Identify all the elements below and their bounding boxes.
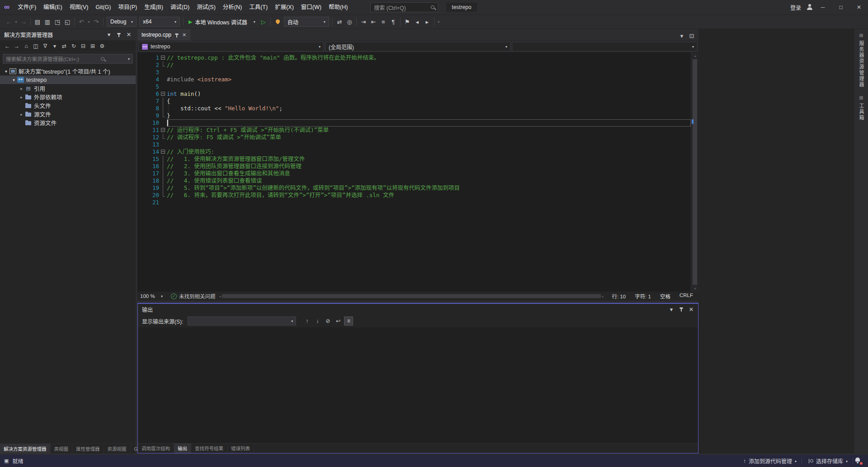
zoom-dropdown[interactable]: 100 % ▾ [137,292,165,301]
close-button[interactable]: ✕ [850,0,868,15]
pin-icon[interactable] [114,30,124,40]
toggle-bookmark-icon[interactable]: ⚑ [402,17,412,27]
save-icon[interactable]: ◳ [52,17,62,27]
switch-views-icon[interactable]: ◫ [31,42,40,51]
fold-margin[interactable] [159,134,167,141]
member-dropdown[interactable]: ▾ [512,42,698,52]
minimize-button[interactable]: ─ [814,0,832,15]
menu-item[interactable]: Git(G) [92,0,114,15]
select-repository-button[interactable]: 选择存储库 ▴ [802,455,853,467]
fold-collapse-icon[interactable]: − [161,56,165,60]
line-number[interactable]: 4 [144,76,159,83]
tree-item[interactable]: 头文件 [0,101,136,110]
document-health-indicator[interactable]: ✓ 未找到相关问题 [171,292,216,300]
fold-margin[interactable] [159,170,167,177]
line-number[interactable]: 10 [144,119,159,127]
fold-margin[interactable] [159,177,167,184]
fold-margin[interactable] [159,199,167,206]
previous-bookmark-icon[interactable]: ◂ [412,17,422,27]
fold-collapse-icon[interactable]: − [161,92,165,96]
back-icon[interactable]: ← [3,42,12,51]
tree-item[interactable]: ▾解决方案"testrepo"(1 个项目/共 1 个) [0,67,136,75]
line-number[interactable]: 5 [144,83,159,90]
fold-margin[interactable] [159,69,167,76]
chevron-collapsed-icon[interactable]: ▸ [18,112,25,117]
close-icon[interactable]: ✕ [124,30,134,40]
line-number[interactable]: 11 [144,127,159,134]
line-number[interactable]: 9 [144,112,159,119]
tree-item[interactable]: ▸外部依赖项 [0,93,136,101]
scroll-down-icon[interactable]: ▾ [691,285,699,292]
scrollbar-track[interactable] [222,294,601,298]
scroll-up-icon[interactable]: ▴ [691,52,699,59]
window-position-chevron-icon[interactable]: ▾ [104,30,114,40]
maximize-button[interactable]: □ [832,0,850,15]
new-project-icon[interactable]: ▤ [33,17,42,27]
panel-tab[interactable]: 错误列表 [227,443,254,453]
fold-margin[interactable]: − [159,90,167,98]
line-number[interactable]: 12 [144,134,159,141]
scrollbar-thumb[interactable] [222,294,601,298]
line-number[interactable]: 19 [144,184,159,192]
solution-explorer-search-box[interactable]: 搜索解决方案资源管理器(Ctrl+;) ▾ [3,54,133,64]
refresh-icon[interactable]: ↻ [69,42,78,51]
code-lines[interactable]: 1−// testrepo.cpp : 此文件包含 "main" 函数。程序执行… [137,52,691,292]
close-icon[interactable]: ✕ [686,304,696,314]
properties-icon[interactable]: ⚙ [98,42,107,51]
start-debugging-button[interactable]: ▶ 本地 Windows 调试器 ▾ [185,17,259,27]
line-number[interactable]: 14 [144,148,159,156]
tree-item[interactable]: 资源文件 [0,118,136,127]
navigate-backward-icon[interactable]: ← [4,17,14,27]
menu-item[interactable]: 编辑(E) [40,0,66,15]
filter-chevron-icon[interactable]: ▾ [50,42,59,51]
hot-reload-icon[interactable] [273,17,283,27]
menu-item[interactable]: 项目(P) [114,0,141,15]
undo-icon[interactable]: ↶ [76,17,86,27]
show-all-files-icon[interactable]: ⊞ [88,42,97,51]
panel-tab[interactable]: 属性管理器 [72,444,104,453]
line-number[interactable]: 15 [144,156,159,163]
sync-with-active-document-icon[interactable]: ⇄ [60,42,69,51]
fold-collapse-icon[interactable]: − [161,150,165,154]
previous-message-icon[interactable]: ↑ [302,316,311,325]
menu-item[interactable]: 窗口(W) [297,0,325,15]
toggle-word-wrap-icon[interactable]: ↩ [334,316,343,325]
increase-line-indent-icon[interactable]: ⇥ [359,17,368,27]
tree-item[interactable]: ▸▤引用 [0,84,136,93]
menu-item[interactable]: 视图(V) [66,0,92,15]
menu-item[interactable]: 工具(T) [245,0,271,15]
decrease-line-indent-icon[interactable]: ⇤ [368,17,378,27]
tree-item[interactable]: ▾++testrepo [0,75,136,84]
fold-margin[interactable]: − [159,54,167,61]
line-number[interactable]: 3 [144,69,159,76]
close-icon[interactable]: ✕ [182,32,186,38]
fold-margin[interactable] [159,76,167,83]
line-number[interactable]: 16 [144,163,159,170]
save-all-icon[interactable]: ◱ [62,17,72,27]
hot-reload-mode-dropdown[interactable]: 自动▾ [284,17,329,27]
fold-margin[interactable] [159,83,167,90]
line-number[interactable]: 7 [144,98,159,105]
auto-hide-tab[interactable]: ⊞工具箱 [858,95,865,121]
open-file-icon[interactable]: ▥ [42,17,52,27]
line-number[interactable]: 17 [144,170,159,177]
platform-dropdown[interactable]: x64 ▾ [139,17,180,27]
window-position-chevron-icon[interactable]: ▾ [666,304,676,314]
fold-margin[interactable] [159,192,167,199]
chevron-expanded-icon[interactable]: ▾ [3,69,9,74]
line-number[interactable]: 20 [144,192,159,199]
quick-search-box[interactable]: 搜索 (Ctrl+Q) [370,2,438,12]
fold-margin[interactable] [159,156,167,163]
output-content[interactable] [138,327,698,443]
fold-margin[interactable] [159,141,167,148]
tree-item[interactable]: ▸源文件 [0,110,136,118]
fold-margin[interactable] [159,98,167,105]
active-files-chevron-icon[interactable]: ▾ [677,31,687,41]
line-number[interactable]: 8 [144,105,159,112]
sync-with-active-document-icon[interactable]: ⇄ [335,17,344,27]
line-number[interactable]: 2 [144,61,159,69]
eol-indicator[interactable]: CRLF [675,292,698,300]
scope-dropdown[interactable]: (全局范围) ▾ [325,42,511,52]
collapse-all-icon[interactable]: ⊟ [79,42,88,51]
panel-tab[interactable]: 查找符号结果 [191,443,227,453]
